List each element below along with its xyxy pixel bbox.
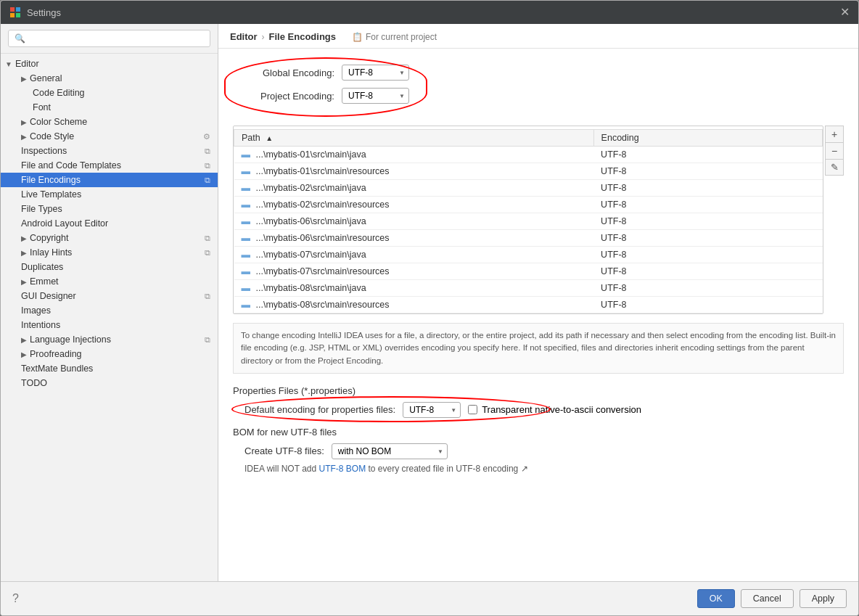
path-value: ...\mybatis-07\src\main\resources xyxy=(255,266,389,276)
path-value: ...\mybatis-02\src\main\resources xyxy=(255,200,389,210)
bom-link[interactable]: UTF-8 BOM xyxy=(318,464,366,474)
ok-button[interactable]: OK xyxy=(697,589,735,608)
close-button[interactable]: ✕ xyxy=(840,7,850,18)
table-row[interactable]: ▬ ...\mybatis-01\src\main\resources UTF-… xyxy=(234,163,823,180)
path-cell: ▬ ...\mybatis-02\src\main\java xyxy=(234,180,594,197)
copy-icon: ⧉ xyxy=(205,176,210,185)
sidebar-item-label: Emmet xyxy=(30,276,59,287)
encoding-cell: UTF-8 xyxy=(593,230,822,247)
sidebar-item-font[interactable]: Font xyxy=(1,100,218,115)
sidebar-item-images[interactable]: Images xyxy=(1,303,218,318)
path-cell: ▬ ...\mybatis-07\src\main\java xyxy=(234,247,594,263)
sidebar-item-textmate[interactable]: TextMate Bundles xyxy=(1,361,218,376)
sidebar-item-proofreading[interactable]: ▶ Proofreading xyxy=(1,347,218,361)
sidebar-item-emmet[interactable]: ▶ Emmet xyxy=(1,274,218,289)
path-cell: ▬ ...\mybatis-06\src\main\resources xyxy=(234,230,594,247)
sidebar-item-todo[interactable]: TODO xyxy=(1,376,218,390)
main-content: Editor › File Encodings 📋 For current pr… xyxy=(218,24,858,581)
folder-icon: ▬ xyxy=(242,183,251,193)
encoding-column-header[interactable]: Encoding xyxy=(593,130,822,147)
sidebar-item-intentions[interactable]: Intentions xyxy=(1,318,218,332)
sidebar-tree: ▼ Editor ▶ General Code Editing Font ▶ C… xyxy=(1,54,218,581)
sidebar-item-duplicates[interactable]: Duplicates xyxy=(1,260,218,274)
table-row[interactable]: ▬ ...\mybatis-06\src\main\resources UTF-… xyxy=(234,230,823,247)
content-header: Editor › File Encodings 📋 For current pr… xyxy=(218,24,858,49)
dialog-title: Settings xyxy=(27,7,61,18)
table-row[interactable]: ▬ ...\mybatis-01\src\main\java UTF-8 xyxy=(234,147,823,163)
global-encoding-select[interactable]: UTF-8 UTF-16 ISO-8859-1 xyxy=(342,65,409,81)
path-value: ...\mybatis-06\src\main\java xyxy=(255,216,366,226)
expand-arrow: ▶ xyxy=(21,249,27,257)
default-encoding-select[interactable]: UTF-8 UTF-16 xyxy=(403,402,461,418)
path-value: ...\mybatis-08\src\main\java xyxy=(255,283,366,293)
sidebar-item-file-code-templates[interactable]: File and Code Templates ⧉ xyxy=(1,158,218,173)
copy-icon: ⧉ xyxy=(205,335,210,345)
project-encoding-select[interactable]: UTF-8 UTF-16 ISO-8859-1 xyxy=(342,88,409,104)
sidebar-item-code-style[interactable]: ▶ Code Style ⚙ xyxy=(1,129,218,144)
sidebar-item-label: Code Style xyxy=(30,131,74,141)
dialog-body: ▼ Editor ▶ General Code Editing Font ▶ C… xyxy=(1,24,858,581)
sidebar-item-lang-injections[interactable]: ▶ Language Injections ⧉ xyxy=(1,332,218,347)
sidebar-item-label: Inlay Hints xyxy=(30,247,72,258)
bom-create-select[interactable]: with NO BOM with BOM xyxy=(332,443,448,459)
path-value: ...\mybatis-01\src\main\java xyxy=(255,149,366,160)
sidebar-item-code-editing[interactable]: Code Editing xyxy=(1,86,218,100)
sidebar-item-label: File Encodings xyxy=(21,175,81,185)
svg-rect-3 xyxy=(16,13,20,17)
add-path-button[interactable]: + xyxy=(826,126,843,143)
sidebar-item-file-encodings[interactable]: File Encodings ⧉ xyxy=(1,173,218,187)
sidebar-item-color-scheme[interactable]: ▶ Color Scheme xyxy=(1,115,218,129)
sidebar-item-copyright[interactable]: ▶ Copyright ⧉ xyxy=(1,231,218,245)
sidebar-item-file-types[interactable]: File Types xyxy=(1,202,218,216)
bom-note-suffix: to every created file in UTF-8 encoding … xyxy=(366,464,527,474)
table-row[interactable]: ▬ ...\mybatis-02\src\main\java UTF-8 xyxy=(234,180,823,197)
sidebar-item-inlay-hints[interactable]: ▶ Inlay Hints ⧉ xyxy=(1,245,218,260)
table-row[interactable]: ▬ ...\mybatis-07\src\main\resources UTF-… xyxy=(234,263,823,280)
path-value: ...\mybatis-02\src\main\java xyxy=(255,183,366,193)
expand-arrow: ▶ xyxy=(21,75,27,83)
sidebar-item-label: File Types xyxy=(21,204,62,214)
path-cell: ▬ ...\mybatis-07\src\main\resources xyxy=(234,263,594,280)
dialog-footer: ? OK Cancel Apply xyxy=(1,581,858,615)
sidebar-item-label: Copyright xyxy=(30,233,69,243)
sidebar-item-label: Live Templates xyxy=(21,189,81,200)
edit-path-button[interactable]: ✎ xyxy=(826,160,843,175)
svg-rect-0 xyxy=(10,7,15,12)
bom-note: IDEA will NOT add UTF-8 BOM to every cre… xyxy=(244,464,844,474)
folder-icon: ▬ xyxy=(242,250,251,260)
path-cell: ▬ ...\mybatis-06\src\main\java xyxy=(234,213,594,230)
path-value: ...\mybatis-08\src\main\resources xyxy=(255,300,389,310)
sidebar-item-android-layout[interactable]: Android Layout Editor xyxy=(1,216,218,231)
for-current-project[interactable]: 📋 For current project xyxy=(352,32,437,42)
encoding-cell: UTF-8 xyxy=(593,180,822,197)
path-column-header[interactable]: Path ▲ xyxy=(234,130,594,147)
table-row[interactable]: ▬ ...\mybatis-07\src\main\java UTF-8 xyxy=(234,247,823,263)
cancel-button[interactable]: Cancel xyxy=(741,589,794,608)
encoding-cell: UTF-8 xyxy=(593,163,822,180)
sidebar-item-editor[interactable]: ▼ Editor xyxy=(1,57,218,71)
bom-note-prefix: IDEA will NOT add xyxy=(244,464,318,474)
table-row[interactable]: ▬ ...\mybatis-06\src\main\java UTF-8 xyxy=(234,213,823,230)
table-row[interactable]: ▬ ...\mybatis-08\src\main\java UTF-8 xyxy=(234,280,823,297)
search-box xyxy=(1,24,218,54)
encoding-cell: UTF-8 xyxy=(593,147,822,163)
app-icon xyxy=(9,7,21,18)
sidebar-item-label: Language Injections xyxy=(30,334,111,345)
sidebar-item-gui-designer[interactable]: GUI Designer ⧉ xyxy=(1,289,218,303)
table-row[interactable]: ▬ ...\mybatis-08\src\main\resources UTF-… xyxy=(234,297,823,313)
transparent-conversion-checkbox[interactable] xyxy=(468,405,477,414)
encoding-info-text: To change encoding IntelliJ IDEA uses fo… xyxy=(233,323,844,374)
file-paths-table-outer: Path ▲ Encoding ▬ xyxy=(233,126,844,314)
copy-icon: ⧉ xyxy=(205,147,210,156)
search-input[interactable] xyxy=(8,30,210,47)
global-encoding-label: Global Encoding: xyxy=(233,67,334,78)
help-button[interactable]: ? xyxy=(12,592,19,605)
table-row[interactable]: ▬ ...\mybatis-02\src\main\resources UTF-… xyxy=(234,197,823,213)
sidebar-item-live-templates[interactable]: Live Templates xyxy=(1,187,218,202)
sidebar-item-general[interactable]: ▶ General xyxy=(1,71,218,86)
sidebar-item-inspections[interactable]: Inspections ⧉ xyxy=(1,144,218,158)
sidebar-item-label: Code Editing xyxy=(33,88,85,98)
apply-button[interactable]: Apply xyxy=(800,589,847,608)
remove-path-button[interactable]: − xyxy=(826,143,843,160)
transparent-conversion-label[interactable]: Transparent native-to-ascii conversion xyxy=(482,404,641,415)
